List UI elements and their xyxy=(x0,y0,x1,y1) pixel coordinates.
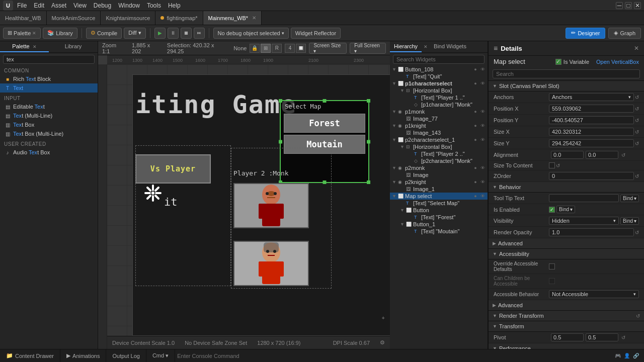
slot-section-header[interactable]: ▼ Slot (Canvas Panel Slot) xyxy=(489,81,644,92)
menu-edit[interactable]: Edit xyxy=(34,2,44,9)
bind-widgets-tab[interactable]: Bind Widgets xyxy=(430,41,470,52)
hier-eye-icon[interactable]: 👁 xyxy=(479,179,486,185)
tab-mainmenu-wb[interactable]: Mainmenu_WB* ✕ xyxy=(203,11,262,25)
reset-pos-x-btn[interactable]: ↺ xyxy=(635,106,639,112)
reset-size-to-content-btn[interactable]: ↺ xyxy=(556,163,560,168)
is-variable-checkbox[interactable]: ✓ xyxy=(555,59,561,65)
hier-eye-icon[interactable]: 👁 xyxy=(479,109,486,115)
render-transform-header[interactable]: ▼ Render Transform ↺ xyxy=(489,311,644,321)
hierarchy-search-input[interactable] xyxy=(393,55,485,64)
visibility-dropdown[interactable]: Hidden ▾ xyxy=(549,217,619,225)
handle-mr[interactable] xyxy=(367,140,370,143)
forest-btn[interactable]: Forest xyxy=(284,114,365,133)
console-input[interactable] xyxy=(175,349,276,362)
text-item[interactable]: T Text xyxy=(0,83,98,93)
position-x-input[interactable] xyxy=(549,105,634,113)
tooltip-bind-dropdown[interactable]: Bind▾ xyxy=(620,195,639,202)
audio-text-box-item[interactable]: ♪ Audio Text Box xyxy=(0,148,98,157)
menu-asset[interactable]: Asset xyxy=(51,2,66,9)
text-box-item[interactable]: ▥ Text Box xyxy=(0,120,98,129)
maximize-btn[interactable]: □ xyxy=(625,2,632,9)
hier-eye-icon[interactable]: 👁 xyxy=(479,80,486,86)
reset-zorder-btn[interactable]: ↺ xyxy=(635,173,639,179)
hier-image-143[interactable]: 🖼 Image_143 xyxy=(390,129,488,136)
tooltip-bind-btn[interactable]: Bind▾ xyxy=(620,195,639,202)
close-palette-icon[interactable]: ✕ xyxy=(32,31,36,36)
size-y-input[interactable] xyxy=(549,139,634,147)
transform-header[interactable]: ▼ Transform xyxy=(489,321,644,332)
menu-window[interactable]: Window xyxy=(118,2,140,9)
menu-debug[interactable]: Debug xyxy=(94,2,111,9)
hier-map-select[interactable]: ▼ ⬜ Map select ● 👁 xyxy=(390,193,488,200)
visibility-bind-btn[interactable]: Bind▾ xyxy=(620,217,639,225)
hier-p2knight[interactable]: ▼ ◉ p2knight ● 👁 xyxy=(390,178,488,186)
zorder-input[interactable] xyxy=(549,172,634,180)
view-btn-extra[interactable]: 🔲 xyxy=(296,44,306,53)
minimize-btn[interactable]: ─ xyxy=(616,2,623,9)
hier-button-1[interactable]: ▼ ⬜ Button_1 xyxy=(390,221,488,228)
reset-opacity-btn[interactable]: ↺ xyxy=(635,230,639,235)
debug-object-btn[interactable]: No debug object selected ▾ xyxy=(213,28,289,39)
handle-br[interactable] xyxy=(367,180,370,184)
compile-btn[interactable]: ⚙ Compile xyxy=(86,28,122,39)
tab-knightanim[interactable]: Knightanimsource xyxy=(101,11,155,25)
designer-btn[interactable]: ✏ Designer xyxy=(566,28,605,39)
char-img-2[interactable] xyxy=(233,241,309,286)
hier-eye-icon[interactable]: 👁 xyxy=(479,165,486,171)
alignment-y-input[interactable] xyxy=(586,151,618,159)
rich-text-block-item[interactable]: ■ Rich Text Block xyxy=(0,74,98,83)
palette-close-icon[interactable]: ✕ xyxy=(33,44,37,49)
size-x-input[interactable] xyxy=(549,128,634,136)
hier-text-mountain[interactable]: T [Text] "Moutain" xyxy=(390,228,488,235)
hier-p1monk[interactable]: ▼ ◉ p1monk ● 👁 xyxy=(390,108,488,115)
settings-icon[interactable]: ⚙ xyxy=(380,339,385,346)
performance-section-header[interactable]: ▼ Performance xyxy=(489,343,644,349)
tooltip-input[interactable] xyxy=(549,194,619,202)
open-vertical-box-link[interactable]: Open VerticalBox xyxy=(596,59,639,65)
text-multiline-item[interactable]: ▤ Text (Multi-Line) xyxy=(0,111,98,120)
hier-p1knight[interactable]: ▼ ◉ p1knight ● 👁 xyxy=(390,122,488,129)
behavior-section-header[interactable]: ▼ Behavior xyxy=(489,182,644,193)
hier-image-p2[interactable]: 🖼 Image xyxy=(390,171,488,178)
handle-ml[interactable] xyxy=(279,140,282,143)
char-img-1[interactable] xyxy=(233,183,309,228)
hier-image-1[interactable]: 🖼 Image_1 xyxy=(390,186,488,193)
content-drawer-tab[interactable]: 📁 Content Drawer xyxy=(0,349,60,362)
palette-btn[interactable]: ⊞ Palette ✕ xyxy=(3,28,41,39)
details-search-input[interactable] xyxy=(493,69,640,78)
hier-button-108[interactable]: ▼ ⬜ Button_108 ● 👁 xyxy=(390,66,488,73)
hier-eye-icon[interactable]: 👁 xyxy=(479,123,486,129)
stop-btn[interactable]: ⏹ xyxy=(181,28,192,39)
advanced-section-2-header[interactable]: ▶ Advanced xyxy=(489,300,644,311)
handle-tr[interactable] xyxy=(367,99,370,103)
alignment-x-input[interactable] xyxy=(551,151,584,159)
advanced-section-header[interactable]: ▶ Advanced xyxy=(489,238,644,249)
accessible-behavior-dropdown[interactable]: Not Accessible ▾ xyxy=(549,290,639,298)
is-enabled-bind-dropdown[interactable]: Bind▾ xyxy=(556,206,575,213)
hier-eye-icon[interactable]: 👁 xyxy=(479,193,486,199)
pause-btn[interactable]: ⏸ xyxy=(168,28,179,39)
hier-p2monk[interactable]: ▼ ◉ p2monk ● 👁 xyxy=(390,164,488,171)
text-box-multiline-item[interactable]: ▥ Text Box (Multi-Line) xyxy=(0,129,98,138)
tab-fightingmap[interactable]: fightingmap* xyxy=(155,11,203,25)
lock-icon[interactable]: 🔒 xyxy=(250,44,260,53)
tab-healthbar-wb[interactable]: Healthbar_WB xyxy=(0,11,47,25)
editable-text-item[interactable]: ▤ Editable Text xyxy=(0,102,98,111)
details-close-icon[interactable]: ✕ xyxy=(634,45,639,52)
menu-view[interactable]: View xyxy=(73,2,87,9)
is-enabled-bind-btn[interactable]: Bind▾ xyxy=(556,206,575,213)
hier-eye-icon[interactable]: 👁 xyxy=(479,66,486,72)
visibility-bind-dropdown[interactable]: Bind▾ xyxy=(620,217,639,225)
pivot-y-input[interactable] xyxy=(586,333,618,341)
hier-text-selectmap[interactable]: T [Text] "Select Map" xyxy=(390,200,488,207)
hier-p2character[interactable]: ◇ [p2character] "Monk" xyxy=(390,157,488,164)
grid-icon[interactable]: ⊞ xyxy=(261,44,271,53)
full-screen-btn[interactable]: Full Screen ▾ xyxy=(350,43,386,54)
cmd-tab[interactable]: Cmd ▾ xyxy=(146,349,175,362)
widget-reflector-btn[interactable]: Widget Reflector xyxy=(291,28,341,39)
palette-search-input[interactable] xyxy=(3,55,95,64)
library-tab[interactable]: Library xyxy=(49,41,98,52)
position-y-input[interactable] xyxy=(549,116,634,124)
reset-size-x-btn[interactable]: ↺ xyxy=(635,129,639,135)
reset-pos-y-btn[interactable]: ↺ xyxy=(635,118,639,123)
